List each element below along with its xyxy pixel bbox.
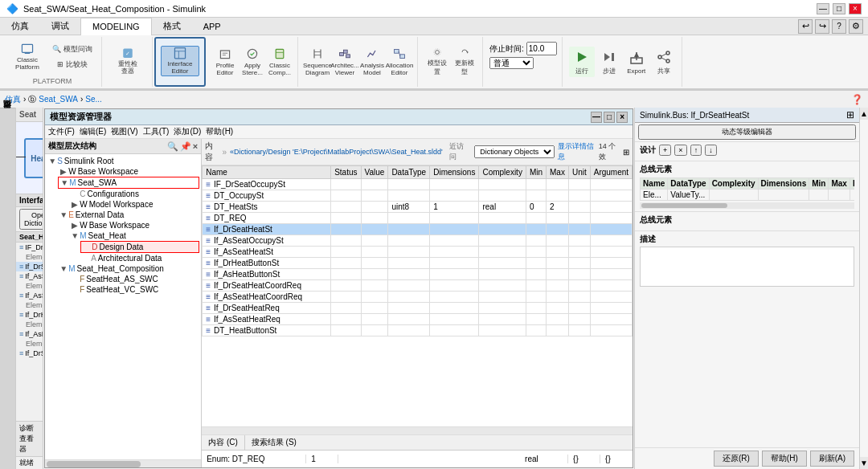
col-complexity[interactable]: Complexity — [479, 166, 526, 179]
list-item[interactable]: Element — [16, 320, 43, 329]
open-dictionary-btn[interactable]: Open Dictionary — [19, 209, 43, 230]
col-max[interactable]: Max — [547, 166, 569, 179]
table-row[interactable]: ≡IF_DrSeatOccupySt — [203, 179, 633, 190]
table-row[interactable]: ≡DT_HeatSts uint81real02 — [203, 202, 633, 213]
compare-btn[interactable]: ⊞ 比较块 — [48, 58, 96, 72]
col-argument[interactable]: Argument — [590, 166, 632, 179]
step-btn[interactable]: 步进 — [596, 47, 622, 77]
list-item-selected[interactable]: ≡If_DrSeatHeatSt — [16, 262, 43, 271]
interface-editor-btn[interactable]: InterfaceEditor — [161, 46, 199, 76]
rm-minimize-btn[interactable]: — — [591, 112, 602, 123]
table-row[interactable]: ≡If_AsSeatHeatSt — [203, 247, 633, 258]
table-row[interactable]: ≡If_DrHeatButtonSt — [203, 258, 633, 269]
apply-btn[interactable]: ApplyStere... — [240, 47, 265, 77]
table-row[interactable]: ≡If_AsSeatOccupySt — [203, 235, 633, 247]
col-value[interactable]: Value — [361, 166, 388, 179]
col-datatype[interactable]: DataType — [388, 166, 430, 179]
tree-base-workspace2[interactable]: ▶ WBase Workspace — [69, 220, 199, 230]
design-add-btn[interactable]: + — [659, 145, 671, 156]
table-row[interactable]: ≡If_DrSeatHeatReq — [203, 303, 633, 314]
classic-component-btn[interactable]: ClassicComp... — [267, 47, 293, 77]
minimize-btn[interactable]: — — [817, 3, 829, 14]
elem-col-name[interactable]: Name — [641, 178, 668, 190]
description-edit[interactable] — [640, 247, 854, 287]
tree-seatheat-vc-swc[interactable]: FSeatHeat_VC_SWC — [69, 284, 199, 295]
sidebar-tab-model-browser[interactable]: 模型浏览器 — [0, 108, 15, 121]
table-row[interactable]: ≡If_AsSeatHeatCoordReq — [203, 292, 633, 303]
help-btn[interactable]: 帮助(H) — [762, 451, 807, 467]
table-row[interactable]: ≡DT_REQ — [203, 213, 633, 224]
content-tab[interactable]: 内容 (C) — [202, 435, 245, 450]
sequence-btn[interactable]: SequenceDiagram — [305, 47, 330, 77]
profile-btn[interactable]: ProfileEditor — [212, 47, 238, 77]
view-select[interactable]: Dictionary Objects — [474, 145, 555, 158]
hierarchy-hscroll[interactable] — [45, 459, 201, 467]
maximize-btn[interactable]: □ — [833, 3, 845, 14]
share-btn[interactable]: 共享 — [651, 47, 677, 77]
list-item[interactable]: ≡If_DrSeatHeatC... — [16, 349, 43, 358]
tree-configurations[interactable]: CConfigurations — [69, 189, 199, 199]
breadcrumb-seatSWA[interactable]: Seat_SWA — [39, 95, 78, 104]
tab-debug[interactable]: 调试 — [40, 18, 80, 35]
table-row[interactable]: ≡If_DrSeatHeatCoordReq — [203, 280, 633, 292]
elem-row[interactable]: Ele... ValueTy... — [641, 190, 855, 201]
table-row-selected[interactable]: ≡If_DrSeatHeatSt — [203, 224, 633, 235]
list-item[interactable]: ≡If_AsSeatOccup... — [16, 271, 43, 281]
hierarchy-close-icon[interactable]: × — [193, 141, 198, 152]
table-row[interactable]: ≡DT_HeatButtonSt — [203, 325, 633, 336]
tree-external-data[interactable]: ▼ EExternal Data — [58, 210, 199, 220]
tree-seat-heat[interactable]: ▼ MSeat_Heat — [69, 230, 199, 241]
menu-tools[interactable]: 工具(T) — [143, 126, 170, 137]
rm-close-btn[interactable]: × — [616, 112, 628, 123]
model-settings-btn[interactable]: 模型设置 — [424, 47, 450, 77]
stoptime-input[interactable] — [526, 42, 557, 55]
tree-seat-heat-composition[interactable]: ▼ MSeat_Heat_Composition — [58, 263, 199, 274]
col-min[interactable]: Min — [526, 166, 546, 179]
undo-btn[interactable]: ↩ — [798, 19, 813, 34]
help-btn[interactable]: ? — [832, 19, 846, 34]
right-scrollbar[interactable]: ▲ ▼ — [859, 108, 868, 469]
rm-maximize-btn[interactable]: □ — [604, 112, 615, 123]
list-item[interactable]: Element — [16, 339, 43, 349]
model-query-btn[interactable]: 🔍 模型问询 — [48, 43, 96, 57]
breadcrumb-sim[interactable]: 仿真 — [5, 94, 21, 105]
nav-path[interactable]: «Dictionary/Design 'E:\Project\MatlabPro… — [230, 147, 444, 157]
list-item[interactable]: Element — [16, 281, 43, 291]
tree-design-data[interactable]: DDesign Data — [80, 241, 199, 253]
elem-col-dimensions[interactable]: Dimensions — [758, 178, 809, 190]
breadcrumb-current[interactable]: Se... — [85, 95, 102, 104]
design-up-btn[interactable]: ↑ — [690, 145, 702, 156]
tree-seat-swa[interactable]: ▼ MSeat_SWA — [58, 177, 199, 189]
menu-add[interactable]: 添加(D) — [174, 126, 201, 137]
list-item[interactable]: ≡IF_DrSeatOccupy — [16, 243, 43, 252]
tree-simulink-root[interactable]: ▼ S Simulink Root — [47, 156, 199, 166]
restore-btn[interactable]: 还原(R) — [714, 451, 759, 467]
elem-col-datatype[interactable]: DataType — [668, 178, 709, 190]
tree-architectural-data[interactable]: AArchitectural Data — [80, 253, 199, 263]
classic-platform-btn[interactable]: ClassicPlatform — [8, 42, 47, 72]
list-item[interactable]: ≡If_DrHeatButtonS... — [16, 310, 43, 320]
architecture-btn[interactable]: Architec...Viewer — [332, 47, 358, 77]
elem-col-min[interactable]: Min — [809, 178, 829, 190]
sim-mode-select[interactable]: 普通 — [489, 57, 534, 69]
reinit-checker-btn[interactable]: ✓ 重性检查器 — [108, 46, 147, 76]
run-btn[interactable]: 运行 — [569, 47, 595, 77]
elem-col-max[interactable]: Max — [829, 178, 850, 190]
elem-col-dimmode[interactable]: Dim... — [850, 178, 854, 190]
col-unit[interactable]: Unit — [568, 166, 590, 179]
elem-col-complexity[interactable]: Complexity — [709, 178, 758, 190]
col-name[interactable]: Name — [203, 166, 331, 179]
analysis-btn[interactable]: AnalysisModel — [359, 47, 385, 77]
menu-help[interactable]: 帮助(H) — [206, 126, 233, 137]
filter-icon[interactable]: ⊞ — [623, 148, 629, 157]
tab-format[interactable]: 格式 — [152, 18, 192, 35]
col-dimensions[interactable]: Dimensions — [430, 166, 479, 179]
col-status[interactable]: Status — [331, 166, 361, 179]
design-down-btn[interactable]: ↓ — [705, 145, 717, 156]
table-row[interactable]: ≡DT_OccupySt — [203, 190, 633, 202]
tree-base-workspace[interactable]: ▶ WBase Workspace — [58, 166, 199, 177]
tab-modeling[interactable]: MODELING — [80, 18, 152, 35]
tab-app[interactable]: APP — [192, 18, 232, 35]
menu-view[interactable]: 视图(V) — [111, 126, 137, 137]
allocation-btn[interactable]: AllocationEditor — [387, 47, 412, 77]
